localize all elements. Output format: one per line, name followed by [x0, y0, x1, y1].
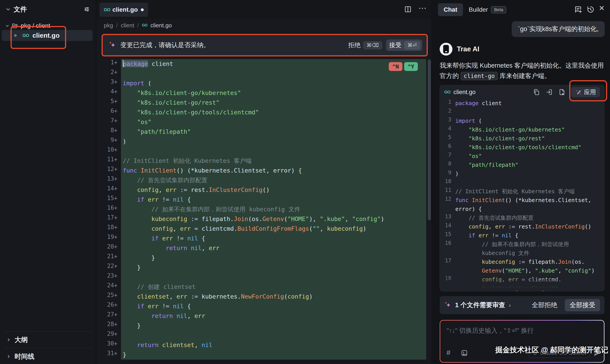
attach-image-icon[interactable]	[461, 349, 468, 357]
breadcrumb-separator: /	[116, 22, 118, 29]
context-hash-button[interactable]: #	[446, 349, 450, 357]
code-line: kubeconfig 文件	[440, 249, 604, 258]
code-line: 13+ // 首先尝试集群内部配置	[96, 175, 431, 185]
new-file-icon[interactable]	[558, 89, 566, 96]
line-number: 14	[440, 222, 455, 231]
banner-message: 变更已完成，请确认是否采纳。	[120, 41, 210, 50]
line-number: 18+	[96, 224, 121, 234]
explorer-title: 文件	[14, 5, 27, 14]
new-chat-icon[interactable]	[574, 5, 583, 14]
apply-button[interactable]: 应用	[571, 87, 600, 97]
accept-button[interactable]: 接受 ⌘⏎	[386, 39, 422, 51]
assistant-name: Trae AI	[457, 45, 479, 53]
code-editor-pane: GO client.go ⋯ pkg / client / GO client.…	[96, 0, 431, 364]
code-line: 29+	[96, 330, 431, 340]
history-icon[interactable]	[586, 5, 595, 14]
code-text: kubeconfig 文件	[455, 249, 529, 258]
chevron-down-icon	[6, 7, 11, 12]
code-line: 5 "k8s.io/client-go/rest"	[440, 134, 604, 143]
copy-icon[interactable]	[533, 89, 540, 96]
line-number: 22+	[96, 263, 121, 272]
line-number: 30+	[96, 340, 121, 350]
code-text: // InitClient 初始化 Kubernetes 客户端	[121, 156, 426, 166]
editor-code-lines: 1+package client2+3+import (4+ "k8s.io/c…	[96, 59, 431, 360]
file-status-dot-icon	[14, 34, 17, 37]
line-number: 21+	[96, 253, 121, 263]
code-line: 10	[440, 178, 604, 187]
diff-accept-badge[interactable]: ^Y	[404, 62, 418, 71]
accept-label: 接受	[389, 41, 402, 49]
code-line: 11// InitClient 初始化 Kubernetes 客户端	[440, 187, 604, 196]
code-text	[121, 330, 426, 340]
more-actions-icon[interactable]: ⋯	[418, 3, 427, 13]
review-summary[interactable]: 1 个文件需要审查	[455, 301, 505, 310]
line-number: 11+	[96, 156, 121, 166]
code-text: "path/filepath"	[455, 161, 518, 169]
accept-all-button[interactable]: 全部接受	[565, 299, 600, 311]
reject-button[interactable]: 拒绝 ⌘⌫	[348, 41, 382, 49]
line-number: 15+	[96, 195, 121, 205]
editor-scrollbar[interactable]	[428, 60, 431, 220]
tree-file-client-go[interactable]: GO client.go	[2, 30, 92, 41]
line-number	[440, 205, 455, 213]
code-line: 9+)	[96, 137, 431, 146]
chevron-right-icon[interactable]: ›	[509, 301, 511, 309]
chat-input[interactable]: "↑↓" 切换历史输入，"⇧⏎" 换行 # Claude-3.5-Sonnet	[440, 321, 604, 362]
line-number: 25+	[96, 292, 121, 301]
code-line: 22+ }	[96, 263, 431, 272]
line-number: 16+	[96, 205, 121, 214]
code-text: // 如果不在集群内部，则尝试使用 kubeconfig 文件	[121, 205, 426, 214]
code-line: BuildConfigFromFlags("",	[440, 284, 604, 291]
tree-folder-pkg-client[interactable]: pkg / client	[0, 21, 96, 31]
code-line: 1+package client	[96, 59, 431, 69]
line-number: 17+	[96, 214, 121, 224]
explorer-header[interactable]: 文件	[0, 0, 96, 18]
chevron-down-icon	[5, 24, 9, 28]
close-icon[interactable]: ✕	[599, 4, 605, 12]
ai-assistant-panel: Chat Builder Beta ✕ `go`实现k8s客户端的初始化, Tr…	[431, 0, 610, 364]
tab-chat[interactable]: Chat	[438, 3, 463, 16]
tab-builder[interactable]: Builder Beta	[469, 3, 506, 16]
code-line: 24+ // 创建 clientset	[96, 282, 431, 292]
file-label: client.go	[32, 32, 60, 39]
sidebar-section-outline[interactable]: 大纲	[0, 334, 96, 346]
split-editor-icon[interactable]	[404, 5, 412, 13]
line-number: 29+	[96, 330, 121, 340]
assistant-message: 我来帮你实现 Kubernetes 客户端的初始化。这里我会使用官方的 clie…	[440, 60, 604, 81]
insert-code-icon[interactable]	[546, 89, 553, 96]
sidebar-section-timeline[interactable]: 时间线	[0, 351, 96, 362]
code-text: return nil, err	[121, 311, 426, 321]
breadcrumb[interactable]: pkg / client / GO client.go	[104, 20, 172, 30]
folder-icon	[12, 23, 18, 28]
code-text: package client	[455, 99, 502, 108]
diff-reject-badge[interactable]: ^N	[389, 62, 402, 71]
breadcrumb-pkg[interactable]: pkg	[104, 22, 113, 29]
code-line: 1package client	[440, 99, 604, 108]
filter-icon[interactable]	[84, 6, 90, 13]
code-text: "os"	[455, 152, 482, 161]
breadcrumb-file[interactable]: client.go	[151, 22, 172, 29]
line-number	[440, 284, 455, 291]
reject-all-button[interactable]: 全部拒绝	[532, 301, 557, 310]
line-number: 24+	[96, 282, 121, 292]
code-line: 27+ return nil, err	[96, 311, 431, 321]
code-text: kubeconfig := filepath.Join(os.	[455, 258, 585, 266]
line-number: 31+	[96, 350, 121, 360]
line-number: 15	[440, 231, 455, 240]
code-text: config, err := rest.InClusterConfig()	[455, 222, 591, 231]
code-line: 12func InitClient() (*kubernetes.Clients…	[440, 196, 604, 205]
beta-badge: Beta	[491, 6, 506, 13]
snippet-filename: client.go	[454, 89, 476, 96]
line-number: 11	[440, 187, 455, 196]
go-file-icon: GO	[104, 7, 110, 12]
code-line: 2+	[96, 69, 431, 78]
code-line: 16 // 如果不在集群内部，则尝试使用	[440, 240, 604, 249]
chevron-right-icon	[7, 338, 11, 342]
code-text: func InitClient() (*kubernetes.Clientset…	[121, 166, 426, 175]
breadcrumb-client[interactable]: client	[121, 22, 134, 29]
tab-client-go[interactable]: GO client.go	[99, 3, 148, 17]
user-message-bubble: `go`实现k8s客户端的初始化,	[512, 21, 605, 37]
code-text: "k8s.io/client-go/kubernetes"	[455, 125, 565, 134]
change-review-banner: 变更已完成，请确认是否采纳。 拒绝 ⌘⌫ 接受 ⌘⏎	[102, 34, 428, 56]
code-line: 5+ "k8s.io/client-go/rest"	[96, 98, 431, 107]
